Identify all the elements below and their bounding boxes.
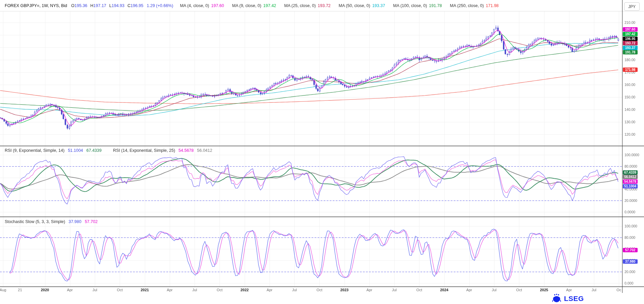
axis-value-badge: 191.78 <box>623 50 638 54</box>
time-axis-label: Oct <box>114 288 126 292</box>
axis-tick-label: 150.00 <box>625 95 635 99</box>
time-axis-label: Oct <box>413 288 425 292</box>
axis-value-badge: 54.5678 <box>623 179 638 184</box>
axis-tick-label: 20.0000 <box>625 199 637 203</box>
rsi2-title: RSI (14, Exponential, Simple, 25) <box>113 148 175 153</box>
ma-legend-item[interactable]: MA (9, close, 0)197.42 <box>232 3 276 8</box>
ohlc-value: H197.17 <box>90 3 106 8</box>
time-axis-label: Jul <box>388 288 400 292</box>
axis-tick-label: 140.00 <box>625 107 635 112</box>
time-axis-label: 2021 <box>139 288 151 292</box>
stochastic-value-2: 57.702 <box>85 219 97 224</box>
time-axis-label: Oct <box>213 288 226 292</box>
lseg-logo: LSEG <box>552 293 584 304</box>
stochastic-value-1: 37.980 <box>69 219 81 224</box>
ma-legend: MA (4, close, 0)197.60MA (9, close, 0)19… <box>180 3 498 8</box>
time-axis-label: Apr <box>463 288 475 292</box>
time-axis[interactable]: Aug212020AprJulOct2021AprJulOct2022AprJu… <box>0 287 622 293</box>
time-axis-label: Jul <box>588 288 600 292</box>
time-axis-label: 2024 <box>438 288 450 292</box>
axis-tick-label: 160.00 <box>625 83 635 87</box>
axis-tick-label: 100.0000 <box>625 153 639 157</box>
axis-value-badge: 171.98 <box>623 68 638 72</box>
rsi-value-3: 54.5678 <box>178 148 194 153</box>
axis-value-badge: 197.42 <box>623 32 638 36</box>
rsi-value-2: 67.4339 <box>86 148 102 153</box>
currency-axis-button[interactable]: JPY <box>624 2 640 11</box>
ma-legend-item[interactable]: MA (100, close, 0)191.78 <box>393 3 442 8</box>
time-axis-label: Apr <box>363 288 375 292</box>
time-axis-label: Apr <box>164 288 176 292</box>
time-axis-label: 2023 <box>338 288 351 292</box>
axis-tick-label: 0.000 <box>625 281 633 285</box>
time-axis-label: Jul <box>189 288 201 292</box>
ma-legend-item[interactable]: MA (25, close, 0)193.72 <box>284 3 331 8</box>
axis-value-badge: 196.95 <box>623 37 638 41</box>
axis-tick-label: 80.000 <box>625 235 635 240</box>
time-axis-label: Jul <box>288 288 300 292</box>
chart-header: FOREX GBPJPY=, 1W, NYS, Bid O195.36H197.… <box>5 0 499 11</box>
axis-tick-label: 80.0000 <box>625 164 637 168</box>
axis-value-badge: 37.980 <box>623 259 638 264</box>
axis-value-badge: 57.702 <box>623 248 638 252</box>
axis-value-badge: 193.37 <box>623 46 638 50</box>
time-axis-label: Jul <box>89 288 101 292</box>
ma-legend-item[interactable]: MA (4, close, 0)197.60 <box>180 3 224 8</box>
time-axis-label: 2022 <box>239 288 251 292</box>
axis-value-badge: 56.0412 <box>623 175 638 179</box>
time-axis-label: Aug <box>0 288 9 292</box>
net-change: 1.29 (+0.66%) <box>147 3 173 8</box>
time-axis-label: Apr <box>264 288 276 292</box>
axis-value-badge: 51.1004 <box>623 184 638 188</box>
time-axis-label: Oc <box>613 288 622 292</box>
lseg-wordmark: LSEG <box>564 295 584 303</box>
rsi-title: RSI (9, Exponential, Simple, 14) <box>5 148 65 153</box>
ohlc-value: O195.36 <box>71 3 87 8</box>
ohlc-value: C196.95 <box>127 3 143 8</box>
rsi-value-1: 51.1004 <box>68 148 83 153</box>
axis-value-badge: 197.60 <box>623 27 638 32</box>
lseg-crest-icon <box>552 293 562 304</box>
time-axis-label: Apr <box>64 288 76 292</box>
time-axis-label: Apr <box>563 288 575 292</box>
rsi-pane-header[interactable]: RSI (9, Exponential, Simple, 14) 51.1004… <box>5 148 212 153</box>
ohlc-values: O195.36H197.17L194.93C196.95 <box>71 3 144 8</box>
axis-value-badge: 67.4339 <box>623 170 638 175</box>
price-axis-strip[interactable]: JPY 210.00200.00190.00180.00170.00160.00… <box>622 0 644 293</box>
ma-legend-item[interactable]: MA (50, close, 0)193.37 <box>339 3 385 8</box>
stochastic-pane-header[interactable]: Stochastic Slow (5, 3, 3, Simple) 37.980… <box>5 219 97 224</box>
instrument-title[interactable]: FOREX GBPJPY=, 1W, NYS, Bid <box>5 3 67 8</box>
axis-tick-label: 180.00 <box>625 58 635 62</box>
axis-value-badge: 193.72 <box>623 41 638 45</box>
chart-application: FOREX GBPJPY=, 1W, NYS, Bid O195.36H197.… <box>0 0 644 304</box>
axis-tick-label: 20.000 <box>625 270 635 274</box>
ma-legend-item[interactable]: MA (250, close, 0)171.98 <box>450 3 499 8</box>
axis-tick-label: 210.00 <box>625 20 635 25</box>
axis-tick-label: 130.00 <box>625 120 635 124</box>
time-axis-label: Oct <box>313 288 325 292</box>
time-axis-label: 2020 <box>39 288 51 292</box>
time-axis-label: 2025 <box>538 288 550 292</box>
axis-tick-label: 0.0000 <box>625 210 635 214</box>
time-axis-label: Jul <box>488 288 500 292</box>
axis-tick-label: 120.00 <box>625 132 635 136</box>
time-axis-label: Oct <box>513 288 525 292</box>
ohlc-value: L194.93 <box>109 3 124 8</box>
time-axis-label: 21 <box>14 288 26 292</box>
rsi-value-4: 56.0412 <box>197 148 212 153</box>
stochastic-title: Stochastic Slow (5, 3, 3, Simple) <box>5 219 65 224</box>
axis-tick-label: 100.000 <box>625 224 637 228</box>
